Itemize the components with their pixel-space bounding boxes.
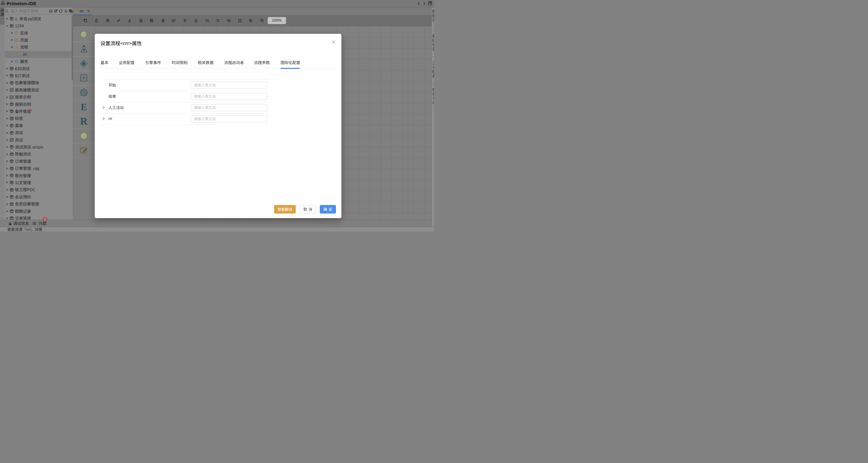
svg-text:AI: AI bbox=[50, 10, 52, 12]
